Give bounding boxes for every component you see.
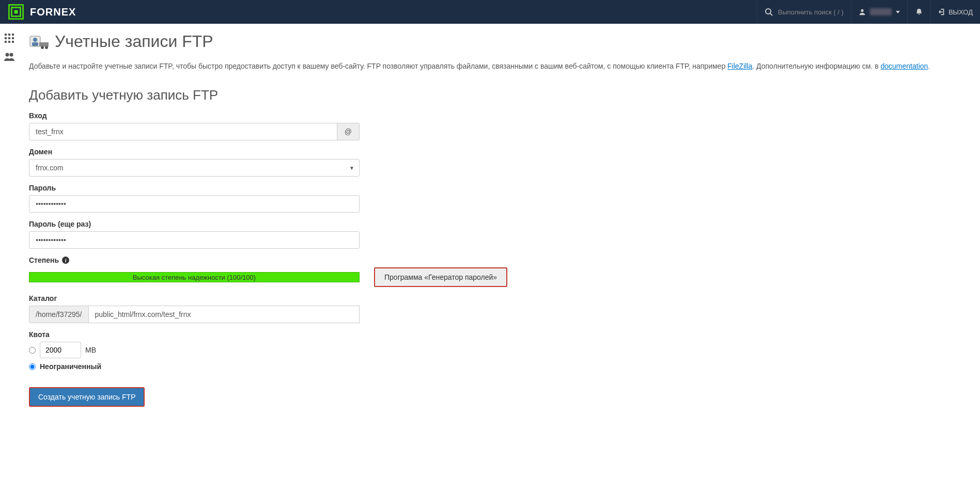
svg-rect-9 xyxy=(5,37,7,39)
quota-unlimited-label: Неограниченный xyxy=(40,362,101,371)
svg-rect-14 xyxy=(12,41,14,43)
svg-rect-10 xyxy=(8,37,10,39)
svg-point-21 xyxy=(41,46,44,49)
page-title: Учетные записи FTP xyxy=(55,32,213,51)
documentation-link[interactable]: documentation xyxy=(880,62,928,70)
domain-label: Домен xyxy=(29,148,970,156)
bell-icon xyxy=(915,8,923,16)
svg-rect-11 xyxy=(12,37,14,39)
mini-sidebar xyxy=(0,24,19,66)
directory-input[interactable] xyxy=(88,306,360,323)
filezilla-link[interactable]: FileZilla xyxy=(727,62,752,70)
users-button[interactable] xyxy=(0,47,19,66)
logout-label: ВЫХОД xyxy=(948,8,973,16)
password-label: Пароль xyxy=(29,184,970,192)
svg-rect-20 xyxy=(39,42,49,46)
brand[interactable]: FORNEX xyxy=(0,3,83,21)
svg-rect-6 xyxy=(5,34,7,36)
search-placeholder: Выполнить поиск ( / ) xyxy=(778,8,844,16)
strength-label: Степень i xyxy=(29,256,970,264)
info-icon[interactable]: i xyxy=(62,257,69,264)
logout-icon xyxy=(938,8,945,15)
svg-point-3 xyxy=(766,9,771,14)
login-input[interactable] xyxy=(29,123,337,140)
add-account-heading: Добавить учетную запись FTP xyxy=(29,87,970,103)
logout-button[interactable]: ВЫХОД xyxy=(930,0,980,24)
password-input[interactable] xyxy=(29,195,360,213)
chevron-down-icon xyxy=(896,11,900,13)
quota-limited-radio[interactable] xyxy=(29,347,36,354)
intro-text: Добавьте и настройте учетные записи FTP,… xyxy=(29,61,970,72)
svg-line-4 xyxy=(770,13,772,15)
directory-prefix: /home/f37295/ xyxy=(29,306,88,323)
search-icon xyxy=(765,8,773,16)
brand-icon xyxy=(7,3,25,21)
password-again-label: Пароль (еще раз) xyxy=(29,220,970,228)
svg-rect-12 xyxy=(5,41,7,43)
grid-icon xyxy=(4,33,14,43)
main-content: Учетные записи FTP Добавьте и настройте … xyxy=(19,24,980,427)
quota-input[interactable] xyxy=(40,342,81,358)
svg-point-18 xyxy=(33,38,37,42)
quota-unit: МВ xyxy=(85,346,96,354)
brand-text: FORNEX xyxy=(30,6,76,18)
svg-point-16 xyxy=(10,53,13,57)
username-blurred xyxy=(870,8,892,15)
directory-label: Каталог xyxy=(29,294,970,302)
login-label: Вход xyxy=(29,111,970,120)
user-icon xyxy=(859,8,866,15)
svg-rect-2 xyxy=(14,10,18,14)
svg-rect-19 xyxy=(32,42,38,46)
at-addon: @ xyxy=(337,123,360,140)
search-trigger[interactable]: Выполнить поиск ( / ) xyxy=(757,0,851,24)
domain-select[interactable]: frnx.com xyxy=(29,159,360,177)
generate-password-button[interactable]: Программа «Генератор паролей» xyxy=(374,267,507,287)
password-strength-bar: Высокая степень надежности (100/100) xyxy=(29,272,360,282)
svg-rect-7 xyxy=(8,34,10,36)
top-header: FORNEX Выполнить поиск ( / ) ВЫХОД xyxy=(0,0,980,24)
notifications-button[interactable] xyxy=(907,0,930,24)
password-again-input[interactable] xyxy=(29,231,360,249)
apps-button[interactable] xyxy=(0,29,19,47)
svg-point-5 xyxy=(861,9,863,12)
svg-point-22 xyxy=(45,46,48,49)
svg-point-15 xyxy=(6,53,9,57)
svg-rect-8 xyxy=(12,34,14,36)
user-menu[interactable] xyxy=(851,0,907,24)
users-icon xyxy=(4,52,15,62)
quota-unlimited-radio[interactable] xyxy=(29,363,36,370)
ftp-accounts-icon xyxy=(29,31,50,52)
quota-label: Квота xyxy=(29,330,970,339)
create-ftp-account-button[interactable]: Создать учетную запись FTP xyxy=(29,387,145,407)
svg-rect-13 xyxy=(8,41,10,43)
